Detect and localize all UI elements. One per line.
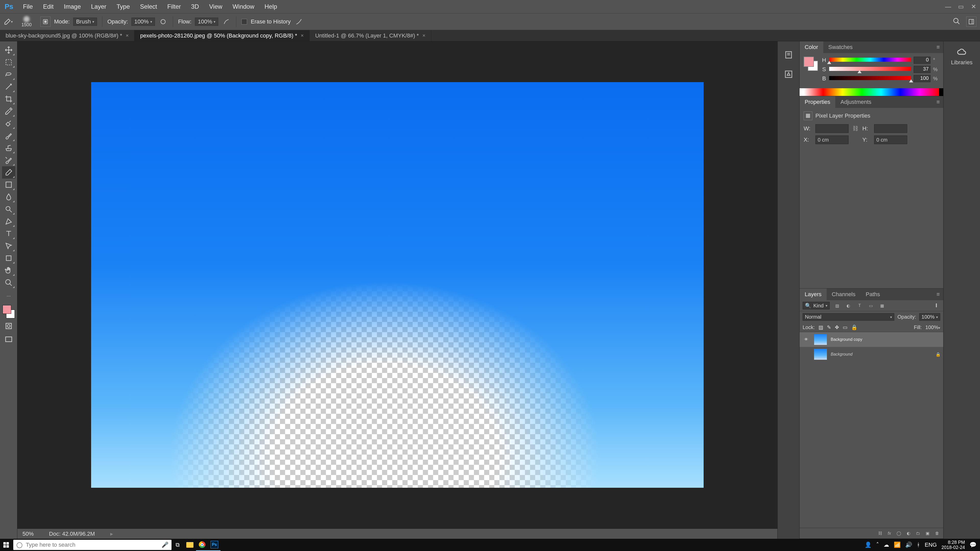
layer-filter-dropdown[interactable]: 🔍 Kind ▾ [803, 302, 830, 310]
x-input[interactable]: 0 cm [815, 135, 849, 144]
more-tools[interactable]: ⋯ [2, 290, 15, 302]
search-icon[interactable] [952, 17, 961, 26]
menu-type[interactable]: Type [111, 0, 135, 13]
clone-stamp-tool[interactable] [2, 142, 15, 154]
document-canvas[interactable] [91, 82, 703, 488]
menu-view[interactable]: View [204, 0, 228, 13]
brush-panel-toggle[interactable] [40, 17, 51, 27]
dodge-tool[interactable] [2, 203, 15, 215]
workspace-switcher[interactable] [966, 17, 977, 27]
brush-settings-panel-icon[interactable] [783, 68, 794, 80]
menu-layer[interactable]: Layer [86, 0, 111, 13]
pen-tool[interactable] [2, 215, 15, 227]
opacity-dropdown[interactable]: 100%▾ [131, 17, 155, 26]
menu-select[interactable]: Select [135, 0, 162, 13]
lock-pixels-icon[interactable]: ✎ [827, 324, 831, 330]
close-button[interactable]: ✕ [967, 0, 980, 13]
start-button[interactable] [0, 539, 12, 551]
size-pressure-icon[interactable] [294, 17, 304, 26]
blur-tool[interactable] [2, 191, 15, 203]
lock-position-icon[interactable]: ✥ [835, 324, 839, 330]
zoom-level[interactable]: 50% [22, 530, 34, 537]
path-selection-tool[interactable] [2, 240, 15, 252]
type-tool[interactable] [2, 227, 15, 240]
filter-shape-icon[interactable]: ▭ [867, 302, 875, 310]
healing-brush-tool[interactable] [2, 118, 15, 130]
bluetooth-icon[interactable]: ᚼ [917, 541, 920, 548]
menu-help[interactable]: Help [259, 0, 282, 13]
color-panel-menu-icon[interactable]: ≡ [933, 41, 943, 53]
lasso-tool[interactable] [2, 68, 15, 81]
fill-dropdown[interactable]: 100%▾ [925, 324, 940, 330]
hand-tool[interactable] [2, 264, 15, 276]
canvas-viewport[interactable] [18, 41, 777, 529]
layer-fx-icon[interactable]: fx [888, 531, 891, 536]
onedrive-icon[interactable]: ☁ [883, 541, 889, 548]
slider-value-S[interactable]: 37 [914, 66, 931, 73]
tab-color[interactable]: Color [800, 41, 823, 53]
layer-name[interactable]: Background copy [831, 337, 941, 342]
layer-thumbnail[interactable] [814, 349, 827, 360]
y-input[interactable]: 0 cm [874, 135, 907, 144]
document-tab-2[interactable]: Untitled-1 @ 66.7% (Layer 1, CMYK/8#) *× [310, 30, 431, 41]
tab-properties[interactable]: Properties [800, 96, 835, 108]
minimize-button[interactable]: — [942, 0, 955, 13]
volume-icon[interactable]: 🔊 [905, 541, 912, 548]
maximize-button[interactable]: ▭ [955, 0, 967, 13]
color-fgbg-swatches[interactable] [803, 57, 818, 71]
blend-mode-dropdown[interactable]: Normal▾ [803, 313, 894, 321]
filter-type-icon[interactable]: T [856, 302, 863, 310]
layer-row-0[interactable]: 👁Background copy [800, 332, 943, 347]
task-view-button[interactable]: ⧉ [172, 539, 184, 551]
tab-channels[interactable]: Channels [827, 289, 861, 300]
menu-edit[interactable]: Edit [38, 0, 59, 13]
eraser-indicator-icon[interactable]: ▾ [3, 17, 13, 26]
airbrush-icon[interactable] [222, 17, 231, 26]
tab-adjustments[interactable]: Adjustments [835, 96, 877, 108]
people-icon[interactable]: 👤 [865, 541, 872, 548]
menu-image[interactable]: Image [59, 0, 86, 13]
photoshop-taskbar[interactable]: Ps [208, 539, 221, 551]
slider-value-H[interactable]: 0 [914, 57, 931, 64]
layer-name[interactable]: Background [831, 352, 932, 357]
lock-artboard-icon[interactable]: ▭ [843, 324, 848, 330]
mic-icon[interactable]: 🎤 [162, 541, 169, 548]
w-input[interactable] [815, 124, 849, 133]
quick-mask-toggle[interactable] [2, 320, 15, 332]
marquee-tool[interactable] [2, 56, 15, 68]
crop-tool[interactable] [2, 93, 15, 105]
history-panel-icon[interactable] [783, 49, 794, 61]
properties-panel-menu-icon[interactable]: ≡ [933, 96, 943, 108]
taskbar-search[interactable]: ◯ 🎤 [13, 540, 172, 550]
brush-preset-picker[interactable]: 1500 [16, 16, 37, 27]
flow-dropdown[interactable]: 100%▾ [195, 17, 218, 26]
file-explorer-taskbar[interactable] [184, 539, 196, 551]
mode-dropdown[interactable]: Brush▾ [73, 17, 97, 26]
color-swatches-tool[interactable] [2, 305, 15, 319]
lock-transparency-icon[interactable]: ▨ [818, 324, 823, 330]
color-spectrum-ramp[interactable] [800, 88, 943, 96]
chrome-taskbar[interactable] [196, 539, 208, 551]
tab-swatches[interactable]: Swatches [823, 41, 858, 53]
eraser-tool[interactable] [2, 166, 15, 179]
notifications-icon[interactable]: 💬 [969, 541, 977, 548]
menu-window[interactable]: Window [228, 0, 259, 13]
new-layer-icon[interactable]: ▣ [926, 531, 929, 536]
slider-B[interactable] [829, 76, 911, 81]
layer-opacity-dropdown[interactable]: 100%▾ [919, 313, 940, 321]
slider-value-B[interactable]: 100 [914, 75, 931, 82]
network-icon[interactable]: 📶 [894, 541, 900, 548]
close-tab-icon[interactable]: × [301, 33, 304, 38]
magic-wand-tool[interactable] [2, 81, 15, 93]
link-layers-icon[interactable]: ⛓ [878, 531, 882, 536]
libraries-panel-collapsed[interactable]: Libraries [943, 41, 980, 539]
tab-layers[interactable]: Layers [800, 289, 827, 300]
filter-pixel-icon[interactable]: ▧ [833, 302, 841, 310]
h-input[interactable] [874, 124, 907, 133]
menu-filter[interactable]: Filter [162, 0, 186, 13]
close-tab-icon[interactable]: × [422, 33, 425, 38]
slider-S[interactable] [829, 67, 911, 72]
filter-smart-icon[interactable]: ▦ [878, 302, 886, 310]
zoom-tool[interactable] [2, 276, 15, 289]
close-tab-icon[interactable]: × [126, 33, 129, 38]
